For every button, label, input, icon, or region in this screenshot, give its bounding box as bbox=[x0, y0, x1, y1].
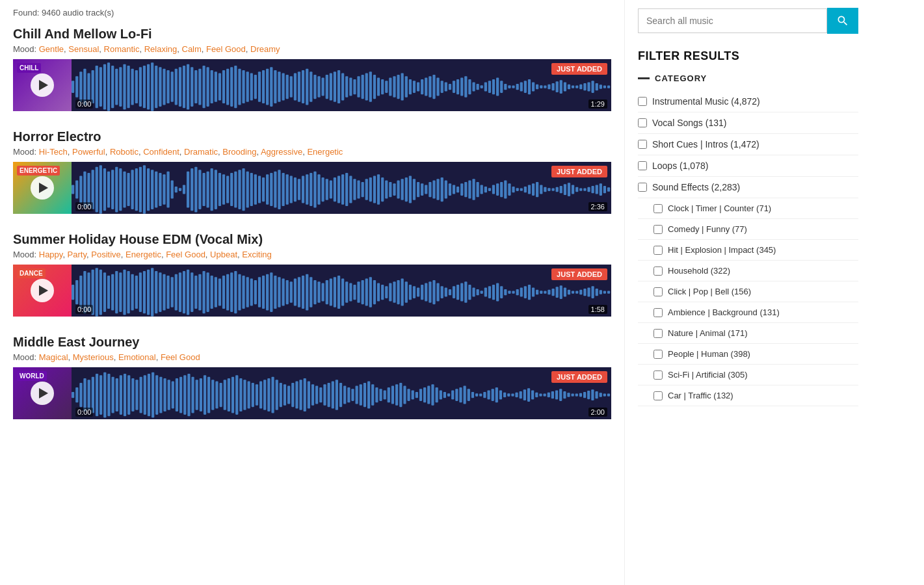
waveform-area[interactable]: 0:00 1:29 JUST ADDED bbox=[72, 59, 611, 111]
mood-tag[interactable]: Feel Good bbox=[161, 352, 200, 362]
mood-tag[interactable]: Party bbox=[68, 250, 86, 259]
waveform-area[interactable]: 0:00 2:36 JUST ADDED bbox=[72, 162, 611, 214]
filter-item-6[interactable]: Comedy | Funny (77) bbox=[638, 219, 858, 240]
svg-rect-463 bbox=[291, 383, 294, 407]
filter-label-8[interactable]: Household (322) bbox=[668, 266, 858, 276]
svg-rect-151 bbox=[131, 170, 134, 209]
filter-item-12[interactable]: People | Human (398) bbox=[638, 344, 858, 365]
filter-label-4[interactable]: Sound Effects (2,283) bbox=[652, 182, 858, 192]
mood-tag[interactable]: Hi-Tech bbox=[39, 147, 68, 157]
filter-item-11[interactable]: Nature | Animal (171) bbox=[638, 323, 858, 344]
waveform-area[interactable]: 0:00 1:58 JUST ADDED bbox=[72, 265, 611, 317]
play-button[interactable] bbox=[31, 382, 54, 405]
track-section-3: Middle East Journey Mood: Magical, Myste… bbox=[13, 335, 611, 419]
filter-checkbox-1[interactable] bbox=[638, 118, 647, 127]
filter-checkbox-7[interactable] bbox=[653, 246, 663, 255]
mood-tag[interactable]: Powerful bbox=[72, 147, 105, 157]
mood-tag[interactable]: Positive bbox=[91, 250, 121, 259]
waveform-container[interactable]: WORLD 0:00 2:00 JUST ADDED bbox=[13, 367, 611, 419]
svg-rect-166 bbox=[191, 168, 193, 211]
filter-item-8[interactable]: Household (322) bbox=[638, 261, 858, 281]
mood-tag[interactable]: Feel Good bbox=[166, 250, 205, 259]
filter-label-1[interactable]: Vocal Songs (131) bbox=[652, 118, 858, 128]
filter-label-3[interactable]: Loops (1,078) bbox=[652, 161, 858, 171]
filter-checkbox-2[interactable] bbox=[638, 140, 647, 149]
mood-tag[interactable]: Calm bbox=[182, 44, 202, 54]
svg-rect-382 bbox=[508, 291, 510, 294]
filter-label-12[interactable]: People | Human (398) bbox=[668, 349, 858, 359]
filter-checkbox-5[interactable] bbox=[653, 204, 663, 213]
filter-item-9[interactable]: Click | Pop | Bell (156) bbox=[638, 281, 858, 302]
track-thumbnail[interactable]: ENERGETIC bbox=[13, 162, 72, 214]
filter-label-2[interactable]: Short Cues | Intros (1,472) bbox=[652, 139, 858, 150]
filter-checkbox-0[interactable] bbox=[638, 97, 647, 106]
filter-checkbox-6[interactable] bbox=[653, 225, 663, 234]
filter-item-1[interactable]: Vocal Songs (131) bbox=[638, 112, 858, 134]
filter-checkbox-11[interactable] bbox=[653, 329, 663, 338]
filter-label-9[interactable]: Click | Pop | Bell (156) bbox=[668, 287, 858, 296]
filter-item-2[interactable]: Short Cues | Intros (1,472) bbox=[638, 134, 858, 155]
play-button[interactable] bbox=[31, 176, 54, 200]
filter-checkbox-4[interactable] bbox=[638, 183, 647, 192]
filter-checkbox-14[interactable] bbox=[653, 391, 663, 400]
mood-tag[interactable]: Romantic bbox=[104, 44, 140, 54]
filter-label-0[interactable]: Instrumental Music (4,872) bbox=[652, 96, 858, 107]
filter-checkbox-9[interactable] bbox=[653, 287, 663, 296]
filter-label-10[interactable]: Ambience | Background (131) bbox=[668, 307, 858, 317]
filter-checkbox-12[interactable] bbox=[653, 350, 663, 359]
filter-label-14[interactable]: Car | Traffic (132) bbox=[668, 391, 858, 400]
filter-item-10[interactable]: Ambience | Background (131) bbox=[638, 302, 858, 323]
filter-label-11[interactable]: Nature | Animal (171) bbox=[668, 328, 858, 338]
search-button[interactable] bbox=[827, 8, 858, 34]
mood-tag[interactable]: Confident bbox=[143, 147, 179, 157]
svg-rect-279 bbox=[99, 270, 102, 315]
play-button[interactable] bbox=[31, 279, 54, 302]
filter-item-14[interactable]: Car | Traffic (132) bbox=[638, 385, 858, 406]
mood-tag[interactable]: Brooding bbox=[222, 147, 256, 157]
mood-tag[interactable]: Dreamy bbox=[250, 44, 280, 54]
filter-item-3[interactable]: Loops (1,078) bbox=[638, 155, 858, 177]
filter-checkbox-3[interactable] bbox=[638, 161, 647, 170]
svg-rect-180 bbox=[246, 172, 249, 208]
mood-tag[interactable]: Mysterious bbox=[73, 352, 114, 362]
mood-tag[interactable]: Emotional bbox=[118, 352, 156, 362]
search-input[interactable] bbox=[638, 8, 827, 33]
track-thumbnail[interactable]: DANCE bbox=[13, 265, 72, 317]
mood-tag[interactable]: Upbeat bbox=[210, 250, 237, 259]
mood-tag[interactable]: Gentle bbox=[39, 44, 64, 54]
filter-label-7[interactable]: Hit | Explosion | Impact (345) bbox=[668, 245, 858, 255]
filter-item-13[interactable]: Sci-Fi | Artificial (305) bbox=[638, 365, 858, 385]
mood-tag[interactable]: Dramatic bbox=[184, 147, 218, 157]
filter-label-5[interactable]: Clock | Timer | Counter (71) bbox=[668, 203, 858, 213]
filter-checkbox-8[interactable] bbox=[653, 266, 663, 276]
waveform-area[interactable]: 0:00 2:00 JUST ADDED bbox=[72, 367, 611, 419]
mood-tag[interactable]: Robotic bbox=[110, 147, 139, 157]
mood-tag[interactable]: Energetic bbox=[125, 250, 161, 259]
filter-item-5[interactable]: Clock | Timer | Counter (71) bbox=[638, 198, 858, 219]
svg-rect-169 bbox=[202, 173, 205, 206]
filter-item-4[interactable]: Sound Effects (2,283) bbox=[638, 177, 858, 198]
mood-tag[interactable]: Exciting bbox=[242, 250, 272, 259]
svg-rect-426 bbox=[144, 375, 146, 415]
mood-tag[interactable]: Aggressive bbox=[261, 147, 302, 157]
waveform-container[interactable]: ENERGETIC 0:00 2:36 JUST ADDED bbox=[13, 162, 611, 214]
svg-rect-10 bbox=[111, 66, 114, 108]
track-thumbnail[interactable]: WORLD bbox=[13, 367, 72, 419]
mood-tag[interactable]: Relaxing bbox=[144, 44, 178, 54]
track-thumbnail[interactable]: CHILL bbox=[13, 59, 72, 111]
filter-label-6[interactable]: Comedy | Funny (77) bbox=[668, 224, 858, 234]
mood-tag[interactable]: Happy bbox=[39, 250, 63, 259]
filter-checkbox-13[interactable] bbox=[653, 370, 663, 380]
filter-item-7[interactable]: Hit | Explosion | Impact (345) bbox=[638, 240, 858, 261]
filter-item-0[interactable]: Instrumental Music (4,872) bbox=[638, 91, 858, 112]
filter-checkbox-10[interactable] bbox=[653, 308, 663, 317]
svg-rect-163 bbox=[179, 188, 181, 191]
mood-tag[interactable]: Magical bbox=[39, 352, 68, 362]
filter-label-13[interactable]: Sci-Fi | Artificial (305) bbox=[668, 370, 858, 380]
mood-tag[interactable]: Feel Good bbox=[206, 44, 246, 54]
mood-tag[interactable]: Energetic bbox=[307, 147, 343, 157]
waveform-container[interactable]: DANCE 0:00 1:58 JUST ADDED bbox=[13, 265, 611, 317]
mood-tag[interactable]: Sensual bbox=[68, 44, 99, 54]
play-button[interactable] bbox=[31, 73, 54, 97]
waveform-container[interactable]: CHILL 0:00 1:29 JUST ADDED bbox=[13, 59, 611, 111]
